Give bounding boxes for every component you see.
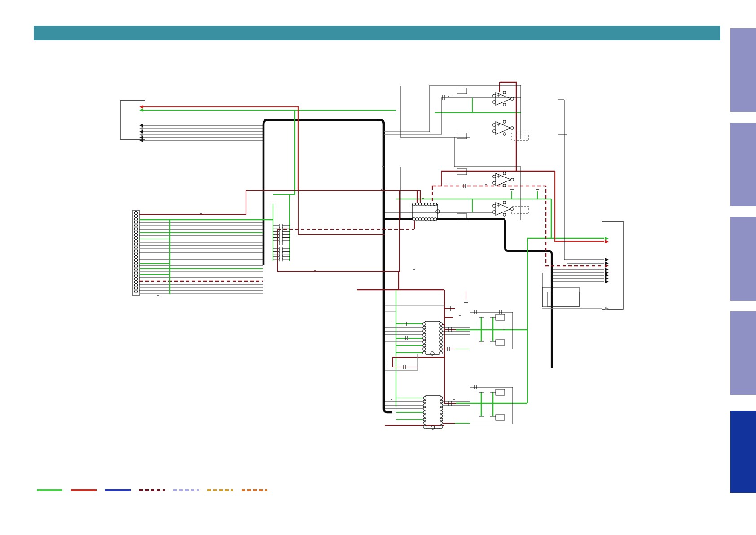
legend-item-wire-red <box>71 489 97 491</box>
legend-item-wire-lavender <box>173 489 199 491</box>
wire-color-legend <box>37 489 276 493</box>
top-bracket-wires <box>139 105 396 142</box>
left-connector-pins <box>134 211 137 293</box>
legend-item-wire-blue <box>105 489 131 491</box>
right-connector-arrows <box>605 237 609 310</box>
green-wire-network <box>170 98 604 423</box>
resistor-ladder <box>273 224 290 261</box>
legend-item-wire-orange <box>242 489 267 491</box>
reference-ticks <box>157 96 558 400</box>
maroon-wire-network <box>139 82 555 425</box>
main-ic-block <box>264 120 552 412</box>
dip-chip-pins <box>413 203 443 428</box>
connector-comb-wires <box>139 220 273 294</box>
legend-item-wire-maroon <box>139 489 165 491</box>
dip-chips <box>412 203 441 429</box>
opamp-symbols <box>493 91 514 216</box>
page <box>0 0 756 535</box>
wiring-schematic <box>0 0 756 535</box>
legend-item-wire-gold <box>207 489 233 491</box>
maroon-dashed-wires <box>277 186 602 266</box>
legend-item-wire-green <box>37 489 62 491</box>
red-wire-network <box>143 107 604 241</box>
